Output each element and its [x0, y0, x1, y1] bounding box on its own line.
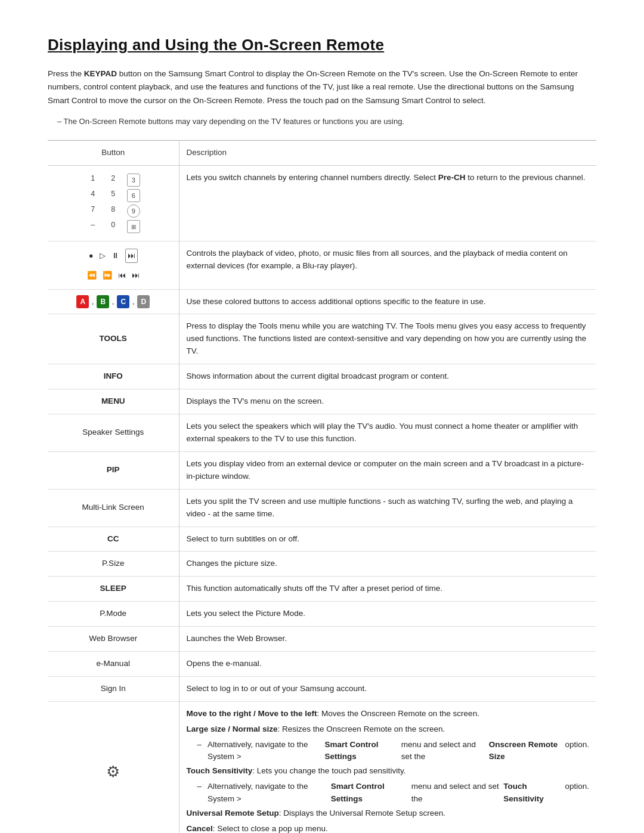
col-header-button: Button	[48, 141, 179, 166]
button-cell-menu: MENU	[48, 389, 179, 414]
button-cell-speaker: Speaker Settings	[48, 414, 179, 452]
webbrowser-label: Web Browser	[89, 634, 137, 643]
play-icon: ▷	[100, 250, 106, 262]
table-row: P.Size Changes the picture size.	[48, 552, 596, 577]
desc-cell-speaker: Lets you select the speakers which will …	[179, 414, 596, 452]
info-label: INFO	[104, 371, 123, 380]
desc-cell-gear: Move to the right / Move to the left: Mo…	[179, 702, 596, 833]
media-top-row: ● ▷ ⏸ ⏭	[89, 249, 138, 263]
desc-cell-pmode: Lets you select the Picture Mode.	[179, 602, 596, 627]
desc-cell-menu: Displays the TV's menu on the screen.	[179, 389, 596, 414]
pip-label: PIP	[107, 465, 120, 474]
table-row: MENU Displays the TV's menu on the scree…	[48, 389, 596, 414]
desc-cell-pip: Lets you display video from an external …	[179, 451, 596, 489]
desc-cell-cc: Select to turn subtitles on or off.	[179, 527, 596, 552]
gear-desc-size: Large size / Normal size: Resizes the On…	[187, 723, 590, 736]
desc-cell-info: Shows information about the current digi…	[179, 364, 596, 389]
btn-b: B	[97, 295, 109, 309]
key-5: 5	[105, 189, 122, 202]
desc-cell-abcd: Use these colored buttons to access addi…	[179, 289, 596, 314]
table-row: PIP Lets you display video from an exter…	[48, 451, 596, 489]
table-row: 1 2 3 4 5 6 7 8 9 – 0 ⊞ Lets	[48, 166, 596, 241]
button-cell-pmode: P.Mode	[48, 602, 179, 627]
key-3: 3	[127, 174, 140, 187]
button-cell-media: ● ▷ ⏸ ⏭ ⏪ ⏩ ⏮ ⏭	[48, 241, 179, 289]
key-0: 0	[105, 220, 122, 233]
intro-paragraph: Press the KEYPAD button on the Samsung S…	[48, 67, 596, 107]
skip-icon: ⏭	[125, 249, 138, 263]
multilink-label: Multi-Link Screen	[82, 503, 144, 512]
table-row: P.Mode Lets you select the Picture Mode.	[48, 602, 596, 627]
desc-cell-psize: Changes the picture size.	[179, 552, 596, 577]
stop-icon: ●	[89, 250, 94, 262]
pmode-label: P.Mode	[100, 609, 126, 618]
gear-desc-universal: Universal Remote Setup: Displays the Uni…	[187, 807, 590, 820]
button-cell-pip: PIP	[48, 451, 179, 489]
tools-label: TOOLS	[100, 334, 127, 343]
keypad-grid: 1 2 3 4 5 6 7 8 9 – 0 ⊞	[55, 174, 172, 233]
key-7: 7	[85, 205, 101, 218]
btn-d: D	[137, 295, 150, 309]
button-cell-gear: ⚙	[48, 702, 179, 833]
signin-label: Sign In	[101, 684, 126, 693]
key-1: 1	[85, 174, 101, 187]
note-text: The On-Screen Remote buttons may vary de…	[57, 116, 596, 128]
desc-cell-keypad: Lets you switch channels by entering cha…	[179, 166, 596, 241]
table-row: A , B , C , D Use these colored buttons …	[48, 289, 596, 314]
table-row: TOOLS Press to display the Tools menu wh…	[48, 314, 596, 364]
desc-cell-emanual: Opens the e-manual.	[179, 652, 596, 677]
key-dash: –	[85, 220, 101, 233]
desc-cell-media: Controls the playback of video, photo, o…	[179, 241, 596, 289]
gear-desc-touch-indent: Alternatively, navigate to the System > …	[197, 781, 590, 805]
desc-cell-signin: Select to log in to or out of your Samsu…	[179, 677, 596, 702]
button-cell-info: INFO	[48, 364, 179, 389]
button-cell-keypad: 1 2 3 4 5 6 7 8 9 – 0 ⊞	[48, 166, 179, 241]
col-header-desc: Description	[179, 141, 596, 166]
desc-cell-webbrowser: Launches the Web Browser.	[179, 627, 596, 652]
key-8: 8	[105, 205, 122, 218]
sleep-label: SLEEP	[100, 584, 126, 593]
key-grid: ⊞	[127, 220, 140, 233]
key-6: 6	[127, 189, 140, 202]
table-row: SLEEP This function automatically shuts …	[48, 577, 596, 602]
button-cell-psize: P.Size	[48, 552, 179, 577]
cc-label: CC	[107, 534, 119, 543]
key-9: 9	[127, 205, 140, 218]
desc-cell-multilink: Lets you split the TV screen and use mul…	[179, 489, 596, 527]
desc-cell-tools: Press to display the Tools menu while yo…	[179, 314, 596, 364]
button-table: Button Description 1 2 3 4 5 6 7 8	[48, 140, 596, 833]
button-cell-signin: Sign In	[48, 677, 179, 702]
gear-desc-touch: Touch Sensitivity: Lets you change the t…	[187, 765, 590, 778]
desc-cell-sleep: This function automatically shuts off th…	[179, 577, 596, 602]
gear-desc-move: Move to the right / Move to the left: Mo…	[187, 708, 590, 720]
button-cell-abcd: A , B , C , D	[48, 289, 179, 314]
table-row: e-Manual Opens the e-manual.	[48, 652, 596, 677]
table-row: ⚙ Move to the right / Move to the left: …	[48, 702, 596, 833]
button-cell-emanual: e-Manual	[48, 652, 179, 677]
key-2: 2	[105, 174, 122, 187]
pause-icon: ⏸	[112, 250, 119, 262]
speaker-settings-label: Speaker Settings	[82, 428, 144, 436]
media-bottom-row: ⏪ ⏩ ⏮ ⏭	[87, 270, 140, 281]
btn-a: A	[76, 295, 89, 309]
abcd-buttons: A , B , C , D	[55, 295, 172, 309]
emanual-label: e-Manual	[97, 659, 130, 668]
table-row: Web Browser Launches the Web Browser.	[48, 627, 596, 652]
table-row: ● ▷ ⏸ ⏭ ⏪ ⏩ ⏮ ⏭ Controls	[48, 241, 596, 289]
prev-icon: ⏮	[118, 270, 126, 281]
table-row: CC Select to turn subtitles on or off.	[48, 527, 596, 552]
button-cell-sleep: SLEEP	[48, 577, 179, 602]
page-title: Displaying and Using the On-Screen Remot…	[48, 36, 596, 54]
button-cell-webbrowser: Web Browser	[48, 627, 179, 652]
next-icon: ⏭	[132, 270, 140, 281]
table-row: Sign In Select to log in to or out of yo…	[48, 677, 596, 702]
gear-icon: ⚙	[106, 763, 120, 781]
button-cell-tools: TOOLS	[48, 314, 179, 364]
table-row: INFO Shows information about the current…	[48, 364, 596, 389]
table-row: Speaker Settings Lets you select the spe…	[48, 414, 596, 452]
gear-desc-cancel: Cancel: Select to close a pop up menu.	[187, 823, 590, 833]
button-cell-cc: CC	[48, 527, 179, 552]
button-cell-multilink: Multi-Link Screen	[48, 489, 179, 527]
menu-label: MENU	[101, 397, 125, 405]
rwd-icon: ⏪	[87, 270, 97, 281]
